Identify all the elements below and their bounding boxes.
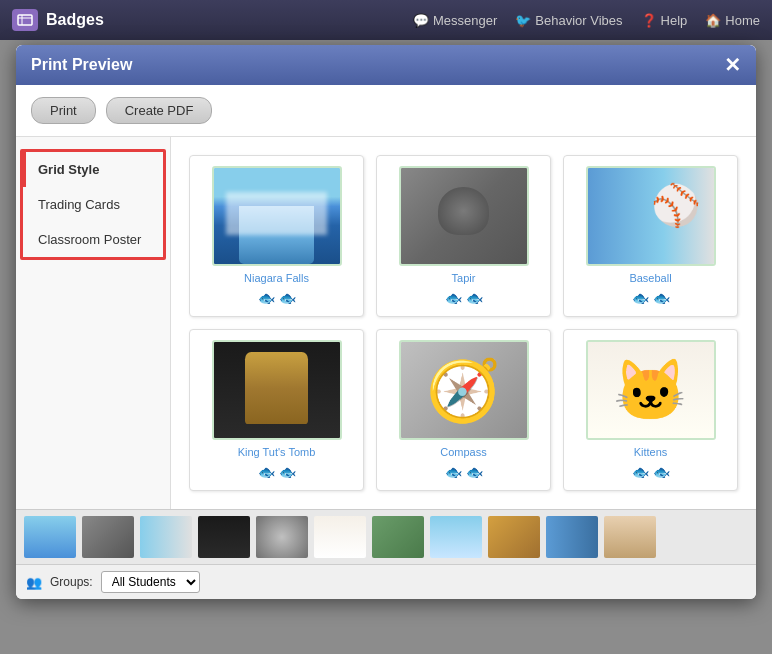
- print-preview-modal: Print Preview ✕ Print Create PDF Grid St…: [16, 45, 756, 599]
- badge-card: Baseball 🐟 🐟: [563, 155, 738, 317]
- badge-footer: 🐟 🐟: [445, 290, 483, 306]
- kingtut-image: [214, 342, 340, 438]
- badges-icon: [12, 9, 38, 31]
- badge-name-compass[interactable]: Compass: [440, 446, 486, 458]
- badge-grid: Niagara Falls 🐟 🐟 Tapir: [181, 147, 746, 499]
- thumbnail-item[interactable]: [198, 516, 250, 558]
- badge-footer: 🐟 🐟: [632, 464, 670, 480]
- thumbnail-item[interactable]: [140, 516, 192, 558]
- topbar-nav: 💬 Messenger 🐦 Behavior Vibes ❓ Help 🏠 Ho…: [413, 13, 760, 28]
- topbar: Badges 💬 Messenger 🐦 Behavior Vibes ❓ He…: [0, 0, 772, 40]
- fish-icon: 🐟: [258, 464, 275, 480]
- fish-icon: 🐟: [258, 290, 275, 306]
- fish-icon: 🐟: [632, 290, 649, 306]
- badge-image-niagara: [212, 166, 342, 266]
- badge-name-kingtut[interactable]: King Tut's Tomb: [238, 446, 316, 458]
- nav-behavior-vibes[interactable]: 🐦 Behavior Vibes: [515, 13, 622, 28]
- fish-icon: 🐟: [445, 290, 462, 306]
- nav-home[interactable]: 🏠 Home: [705, 13, 760, 28]
- badge-image-baseball: [586, 166, 716, 266]
- print-button[interactable]: Print: [31, 97, 96, 124]
- badge-card: Compass 🐟 🐟: [376, 329, 551, 491]
- fish-icon-2: 🐟: [279, 290, 296, 306]
- thumbnail-item[interactable]: [430, 516, 482, 558]
- close-button[interactable]: ✕: [724, 55, 741, 75]
- behavior-vibes-icon: 🐦: [515, 13, 531, 28]
- baseball-image: [588, 168, 714, 264]
- fish-icon: 🐟: [445, 464, 462, 480]
- modal-overlay: Print Preview ✕ Print Create PDF Grid St…: [0, 40, 772, 654]
- groups-label: Groups:: [50, 575, 93, 589]
- fish-icon-2: 🐟: [653, 464, 670, 480]
- tapir-image: [401, 168, 527, 264]
- create-pdf-button[interactable]: Create PDF: [106, 97, 213, 124]
- content-area[interactable]: Niagara Falls 🐟 🐟 Tapir: [171, 137, 756, 509]
- modal-toolbar: Print Create PDF: [16, 85, 756, 137]
- compass-image: [401, 342, 527, 438]
- thumbnail-item[interactable]: [82, 516, 134, 558]
- messenger-icon: 💬: [413, 13, 429, 28]
- badge-name-baseball[interactable]: Baseball: [629, 272, 671, 284]
- thumbnail-item[interactable]: [604, 516, 656, 558]
- niagara-image: [214, 168, 340, 264]
- modal-title: Print Preview: [31, 56, 132, 74]
- thumbnail-item[interactable]: [488, 516, 540, 558]
- badge-image-compass: [399, 340, 529, 440]
- badge-card: Niagara Falls 🐟 🐟: [189, 155, 364, 317]
- home-icon: 🏠: [705, 13, 721, 28]
- badge-card: Tapir 🐟 🐟: [376, 155, 551, 317]
- fish-icon-2: 🐟: [466, 290, 483, 306]
- badge-footer: 🐟 🐟: [258, 290, 296, 306]
- sidebar-item-grid-style[interactable]: Grid Style: [23, 152, 163, 187]
- badge-footer: 🐟 🐟: [632, 290, 670, 306]
- app-title: Badges: [46, 11, 104, 29]
- topbar-left: Badges: [12, 9, 413, 31]
- thumbnail-item[interactable]: [546, 516, 598, 558]
- badge-image-kittens: [586, 340, 716, 440]
- sidebar-highlight: Grid Style Trading Cards Classroom Poste…: [20, 149, 166, 260]
- thumbnail-item[interactable]: [256, 516, 308, 558]
- badge-name-tapir[interactable]: Tapir: [452, 272, 476, 284]
- badge-name-niagara[interactable]: Niagara Falls: [244, 272, 309, 284]
- thumbnail-strip: [16, 509, 756, 564]
- fish-icon-2: 🐟: [279, 464, 296, 480]
- main-content: Print Preview ✕ Print Create PDF Grid St…: [0, 40, 772, 654]
- nav-help[interactable]: ❓ Help: [641, 13, 688, 28]
- thumbnail-item[interactable]: [24, 516, 76, 558]
- fish-icon-2: 🐟: [653, 290, 670, 306]
- groups-select[interactable]: All Students Group A Group B Group C: [101, 571, 200, 593]
- thumbnail-item[interactable]: [314, 516, 366, 558]
- sidebar: Grid Style Trading Cards Classroom Poste…: [16, 137, 171, 509]
- fish-icon: 🐟: [632, 464, 649, 480]
- badge-image-tapir: [399, 166, 529, 266]
- badge-name-kittens[interactable]: Kittens: [634, 446, 668, 458]
- sidebar-item-classroom-poster[interactable]: Classroom Poster: [23, 222, 163, 257]
- badge-footer: 🐟 🐟: [445, 464, 483, 480]
- svg-rect-0: [18, 15, 32, 25]
- badge-card: Kittens 🐟 🐟: [563, 329, 738, 491]
- kittens-image: [588, 342, 714, 438]
- help-icon: ❓: [641, 13, 657, 28]
- thumbnail-item[interactable]: [372, 516, 424, 558]
- badge-card: King Tut's Tomb 🐟 🐟: [189, 329, 364, 491]
- groups-bar: 👥 Groups: All Students Group A Group B G…: [16, 564, 756, 599]
- modal-body: Grid Style Trading Cards Classroom Poste…: [16, 137, 756, 509]
- modal-header: Print Preview ✕: [16, 45, 756, 85]
- badge-footer: 🐟 🐟: [258, 464, 296, 480]
- sidebar-item-trading-cards[interactable]: Trading Cards: [23, 187, 163, 222]
- badge-image-kingtut: [212, 340, 342, 440]
- groups-icon: 👥: [26, 575, 42, 590]
- fish-icon-2: 🐟: [466, 464, 483, 480]
- nav-messenger[interactable]: 💬 Messenger: [413, 13, 497, 28]
